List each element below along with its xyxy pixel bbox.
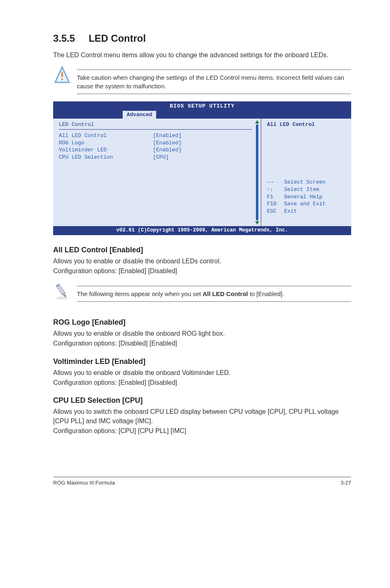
page-footer: ROG Maximus III Formula 3-27 <box>53 477 351 486</box>
bios-row-key: ROG Logo <box>59 139 153 147</box>
subheading-rog: ROG Logo [Enabled] <box>53 318 351 327</box>
caution-text: Take caution when changing the settings … <box>77 70 351 94</box>
cpu-options: Configuration options: [CPU] [CPU PLL] [… <box>53 426 351 435</box>
bios-help-pane: All LED Control ←→Select Screen ↑↓Select… <box>261 119 351 226</box>
svg-point-2 <box>56 296 68 300</box>
footer-page-number: 3-27 <box>341 480 351 486</box>
rog-desc: Allows you to enable or disable the onbo… <box>53 329 351 338</box>
bios-help-header: All LED Control <box>267 121 347 128</box>
help-key: ↑↓ <box>267 186 284 193</box>
bios-row-voltiminder[interactable]: Voltiminder LED [Enabled] <box>59 146 257 154</box>
svg-point-1 <box>61 79 63 81</box>
subheading-all-led: All LED Control [Enabled] <box>53 246 351 254</box>
scroll-up-icon[interactable] <box>255 120 259 123</box>
intro-paragraph: The LED Control menu items allow you to … <box>53 51 351 60</box>
bios-menu-pane: LED Control All LED Control [Enabled] RO… <box>53 119 261 226</box>
bios-header: BIOS SETUP UTILITY Advanced <box>53 101 351 119</box>
footer-product: ROG Maximus III Formula <box>53 480 115 486</box>
info-note: The following items appear only when you… <box>53 282 351 309</box>
svg-rect-0 <box>61 72 63 77</box>
help-key: ESC <box>267 208 284 215</box>
bios-row-value: [CPU] <box>153 154 169 161</box>
help-desc: Select Item <box>284 186 319 193</box>
info-text-prefix: The following items appear only when you… <box>77 290 203 297</box>
bios-help-keys: ←→Select Screen ↑↓Select Item F1General … <box>267 179 347 222</box>
bios-row-key: Voltiminder LED <box>59 146 153 154</box>
subheading-volt: Voltiminder LED [Enabled] <box>53 357 351 366</box>
help-desc: Save and Exit <box>284 200 325 208</box>
bios-row-key: CPU LED Selection <box>59 154 153 161</box>
scroll-track[interactable] <box>256 124 258 220</box>
scroll-down-icon[interactable] <box>255 221 259 224</box>
help-key: ←→ <box>267 179 284 186</box>
bios-section-label: LED Control <box>59 121 252 130</box>
help-desc: General Help <box>284 193 323 201</box>
bios-row-value: [Enabled] <box>153 146 182 154</box>
volt-options: Configuration options: [Enabled] [Disabl… <box>53 378 351 387</box>
bios-footer: v02.61 (C)Copyright 1985-2009, American … <box>53 226 351 235</box>
pencil-icon <box>53 282 71 301</box>
volt-desc: Allows you to enable or disable the onbo… <box>53 368 351 377</box>
bios-panel: BIOS SETUP UTILITY Advanced LED Control … <box>53 101 351 235</box>
help-key: F10 <box>267 200 284 208</box>
all-led-desc: Allows you to enable or disable the onbo… <box>53 257 351 266</box>
caution-icon <box>53 65 71 85</box>
rog-options: Configuration options: [Disabled] [Enabl… <box>53 339 351 348</box>
bios-title: BIOS SETUP UTILITY <box>53 103 351 110</box>
bios-row-key: All LED Control <box>59 132 153 139</box>
section-heading: 3.5.5 LED Control <box>53 33 351 44</box>
subheading-cpu: CPU LED Selection [CPU] <box>53 396 351 405</box>
cpu-desc: Allows you to switch the onboard CPU LED… <box>53 407 351 426</box>
bios-row-all-led[interactable]: All LED Control [Enabled] <box>59 132 257 139</box>
bios-tab-advanced[interactable]: Advanced <box>123 111 156 119</box>
help-desc: Exit <box>284 208 297 215</box>
bios-row-value: [Enabled] <box>153 132 182 139</box>
bios-row-cpu-led[interactable]: CPU LED Selection [CPU] <box>59 154 257 161</box>
section-number: 3.5.5 <box>53 33 86 44</box>
caution-note: Take caution when changing the settings … <box>53 65 351 101</box>
bios-scrollbar[interactable] <box>255 120 259 224</box>
section-title-text: LED Control <box>89 33 146 44</box>
info-text-suffix: to [Enabled]. <box>248 290 284 297</box>
help-key: F1 <box>267 193 284 201</box>
info-text: The following items appear only when you… <box>77 286 351 302</box>
bios-row-rog-logo[interactable]: ROG Logo [Enabled] <box>59 139 257 147</box>
info-text-bold: All LED Control <box>203 290 248 297</box>
all-led-options: Configuration options: [Enabled] [Disabl… <box>53 267 351 276</box>
help-desc: Select Screen <box>284 179 325 186</box>
bios-row-value: [Enabled] <box>153 139 182 147</box>
